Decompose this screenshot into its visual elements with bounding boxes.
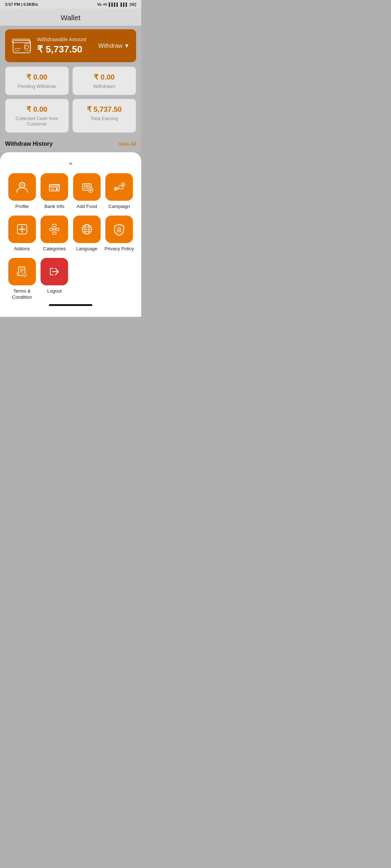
withdrawable-amount: ₹ 5,737.50 xyxy=(37,44,86,55)
menu-item-campaign[interactable]: Campaign xyxy=(105,173,134,210)
svg-rect-27 xyxy=(52,232,56,234)
bank-info-label: Bank Info xyxy=(45,204,64,210)
withdrawn-amount: ₹ 0.00 xyxy=(78,73,131,81)
pending-label: Pending Withdraw xyxy=(10,84,63,89)
add-food-label: Add Food xyxy=(77,204,97,210)
total-label: Total Earning xyxy=(78,116,131,121)
wallet-background: Withdrawable Amount ₹ 5,737.50 Withdraw … xyxy=(0,26,141,152)
chevron-down-icon: ▼ xyxy=(124,43,130,49)
terms-label: Terms & Condition xyxy=(7,288,37,301)
language-icon-box xyxy=(73,216,101,243)
withdraw-button[interactable]: Withdraw ▼ xyxy=(98,43,130,49)
pending-amount: ₹ 0.00 xyxy=(10,73,63,81)
status-bar: 3:57 PM | 0.5KB/s Vo 4G ▌▌▌▌ ▌▌▌ [42] xyxy=(0,0,141,9)
withdrawn-label: Withdrawn xyxy=(78,84,131,89)
logout-label: Logout xyxy=(47,288,62,294)
wallet-card-left: Withdrawable Amount ₹ 5,737.50 xyxy=(12,37,86,55)
categories-label: Categories xyxy=(43,246,66,252)
withdrawable-label: Withdrawable Amount xyxy=(37,37,86,42)
menu-item-logout[interactable]: Logout xyxy=(40,258,70,301)
wallet-header: Wallet xyxy=(0,9,141,26)
stat-withdrawn: ₹ 0.00 Withdrawn xyxy=(72,67,136,95)
withdraw-history-title: Withdraw History xyxy=(5,141,52,147)
stats-grid: ₹ 0.00 Pending Withdraw ₹ 0.00 Withdrawn… xyxy=(5,67,136,133)
profile-label: Profile xyxy=(15,204,29,210)
menu-item-add-food[interactable]: Add Food xyxy=(72,173,102,210)
sheet-handle-icon[interactable]: ⌄ xyxy=(7,157,134,167)
menu-item-privacy-policy[interactable]: Privacy Policy xyxy=(105,216,134,252)
withdraw-history-bar: Withdraw History View All xyxy=(5,137,136,152)
logout-icon-box xyxy=(41,258,68,285)
status-right: Vo 4G ▌▌▌▌ ▌▌▌ [42] xyxy=(97,3,136,7)
battery-icon: [42] xyxy=(130,3,136,7)
categories-icon-box xyxy=(41,216,68,243)
home-indicator xyxy=(49,304,92,306)
add-food-icon-box xyxy=(73,173,101,201)
svg-point-6 xyxy=(19,182,25,188)
collected-amount: ₹ 0.00 xyxy=(10,105,63,114)
addons-icon-box xyxy=(8,216,36,243)
privacy-policy-label: Privacy Policy xyxy=(105,246,134,252)
wallet-icon xyxy=(12,37,32,55)
wallet-info: Withdrawable Amount ₹ 5,737.50 xyxy=(37,37,86,55)
status-time: 3:57 PM | 0.5KB/s xyxy=(5,2,38,7)
menu-grid: Profile Bank Info xyxy=(7,173,134,301)
total-amount: ₹ 5,737.50 xyxy=(78,105,131,114)
campaign-label: Campaign xyxy=(109,204,130,210)
svg-point-2 xyxy=(25,45,29,49)
wallet-title: Wallet xyxy=(61,14,81,22)
volt-icon: Vo xyxy=(97,3,102,7)
svg-rect-3 xyxy=(25,43,30,51)
menu-item-addons[interactable]: Addons xyxy=(7,216,37,252)
language-label: Language xyxy=(76,246,97,252)
stat-collected-cash: ₹ 0.00 Collected Cash from Customer xyxy=(5,99,69,133)
stat-total-earning: ₹ 5,737.50 Total Earning xyxy=(72,99,136,133)
wallet-card: Withdrawable Amount ₹ 5,737.50 Withdraw … xyxy=(5,29,136,62)
bank-icon-box xyxy=(41,173,68,201)
profile-icon-box xyxy=(8,173,36,201)
svg-rect-24 xyxy=(52,224,56,227)
privacy-icon-box xyxy=(105,216,133,243)
4g-icon: 4G xyxy=(103,3,108,6)
stat-pending-withdraw: ₹ 0.00 Pending Withdraw xyxy=(5,67,69,95)
signal-icon: ▌▌▌▌ xyxy=(109,3,119,7)
menu-item-categories[interactable]: Categories xyxy=(40,216,70,252)
collected-label: Collected Cash from Customer xyxy=(10,116,63,127)
menu-item-language[interactable]: Language xyxy=(72,216,102,252)
svg-rect-8 xyxy=(49,184,59,187)
wifi-icon: ▌▌▌ xyxy=(121,3,128,7)
menu-item-profile[interactable]: Profile xyxy=(7,173,37,210)
terms-icon-box xyxy=(8,258,36,285)
menu-item-terms[interactable]: Terms & Condition xyxy=(7,258,37,301)
svg-point-10 xyxy=(56,188,58,190)
campaign-icon-box xyxy=(105,173,133,201)
bottom-sheet: ⌄ Profile Bank Info xyxy=(0,152,141,317)
view-all-button[interactable]: View All xyxy=(118,141,136,147)
addons-label: Addons xyxy=(14,246,30,252)
menu-item-bank-info[interactable]: Bank Info xyxy=(40,173,70,210)
